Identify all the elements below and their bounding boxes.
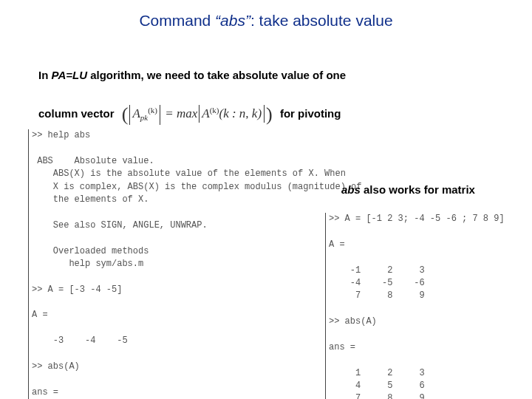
- title-quoted: “abs”: [215, 12, 250, 29]
- right-console: >> A = [-1 2 3; -4 -5 -6 ; 7 8 9] A = -1…: [325, 213, 506, 399]
- title-suffix: : take absolute value: [250, 12, 393, 29]
- body-text: In PA=LU algorithm, we need to take abso…: [38, 61, 510, 140]
- right-label: abs also works for matrix: [341, 183, 475, 196]
- formula-rhs-args: (k : n, k): [219, 106, 262, 120]
- body-line1-b: algorithm, we need to take absolute valu…: [87, 69, 346, 81]
- right-label-abs: abs: [341, 183, 361, 196]
- left-console: >> help abs ABS Absolute value. ABS(X) i…: [28, 129, 298, 399]
- slide-title: Command “abs”: take absolute value: [0, 12, 532, 30]
- formula-eq: = max: [162, 106, 197, 120]
- formula-rhs-sup: (k): [210, 106, 219, 115]
- body-line1-a: In: [38, 69, 52, 81]
- formula-lhs-base: A: [132, 106, 140, 120]
- body-line2-a: column vector: [38, 107, 115, 120]
- formula-rhs-base: A: [202, 106, 209, 120]
- formula-lhs-sub: pk: [140, 113, 148, 122]
- body-palu: PA=LU: [52, 69, 87, 81]
- right-label-rest: also works for matrix: [361, 183, 475, 196]
- formula-lhs-sup: (k): [148, 106, 157, 115]
- title-prefix: Command: [139, 12, 215, 29]
- body-line2-b: for pivoting: [280, 107, 341, 120]
